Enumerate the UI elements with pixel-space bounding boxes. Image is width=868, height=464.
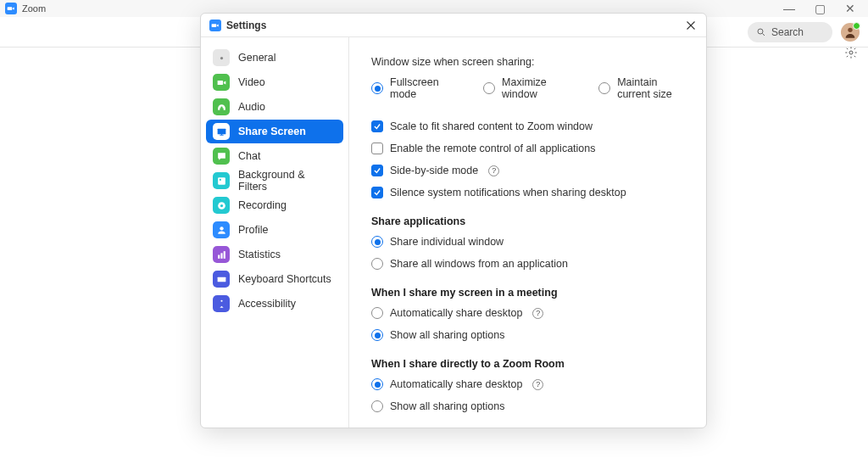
zoom-room-title: When I share directly to a Zoom Room xyxy=(371,358,684,370)
app-icon xyxy=(5,3,17,14)
close-window-button[interactable]: ✕ xyxy=(844,2,856,15)
svg-rect-15 xyxy=(223,251,225,259)
svg-point-9 xyxy=(219,178,220,180)
settings-gear-button[interactable] xyxy=(844,46,858,63)
keyboard-icon xyxy=(213,271,230,288)
sidebar-item-label: General xyxy=(238,52,275,64)
radio-fullscreen-mode[interactable]: Fullscreen mode xyxy=(371,76,442,100)
sidebar-item-general[interactable]: General xyxy=(206,46,343,70)
sidebar-item-label: Recording xyxy=(238,199,287,211)
sidebar-item-statistics[interactable]: Statistics xyxy=(206,243,343,266)
modal-close-button[interactable] xyxy=(684,19,698,32)
sidebar-item-keyboard-shortcuts[interactable]: Keyboard Shortcuts xyxy=(206,267,343,291)
sidebar-item-label: Profile xyxy=(238,224,268,236)
search-placeholder: Search xyxy=(771,26,804,38)
svg-point-12 xyxy=(220,226,223,230)
statistics-icon xyxy=(213,246,230,263)
sidebar-item-label: Video xyxy=(238,76,265,88)
settings-modal-icon xyxy=(209,20,221,31)
user-avatar[interactable] xyxy=(841,23,860,42)
radio-share-all-windows[interactable]: Share all windows from an application xyxy=(371,256,684,271)
video-icon xyxy=(213,74,230,91)
modal-title: Settings xyxy=(226,20,266,31)
sidebar-item-label: Keyboard Shortcuts xyxy=(238,273,331,285)
svg-line-1 xyxy=(763,33,765,36)
svg-point-17 xyxy=(220,299,222,301)
sidebar-item-video[interactable]: Video xyxy=(206,70,343,94)
radio-zoomroom-show-all[interactable]: Show all sharing options xyxy=(371,399,684,414)
sidebar-item-share-screen[interactable]: Share Screen xyxy=(206,120,343,143)
svg-rect-8 xyxy=(218,177,225,185)
maximize-button[interactable]: ▢ xyxy=(814,2,826,15)
recording-icon xyxy=(213,197,230,214)
sidebar-item-label: Share Screen xyxy=(238,126,306,137)
svg-rect-16 xyxy=(217,277,225,281)
checkbox-remote-control[interactable]: Enable the remote control of all applica… xyxy=(371,141,684,156)
help-icon[interactable]: ? xyxy=(532,308,543,319)
svg-rect-14 xyxy=(220,253,222,259)
radio-share-individual-window[interactable]: Share individual window xyxy=(371,234,684,249)
minimize-button[interactable]: — xyxy=(783,2,795,15)
share-applications-title: Share applications xyxy=(371,215,684,227)
radio-maintain-current-size[interactable]: Maintain current size xyxy=(598,76,684,100)
general-icon xyxy=(213,49,230,66)
avatar-icon xyxy=(843,25,857,39)
settings-sidebar: General Video Audio Share Screen Chat Ba… xyxy=(201,37,349,428)
sidebar-item-background-filters[interactable]: Background & Filters xyxy=(206,169,343,193)
radio-meeting-auto-desktop[interactable]: Automatically share desktop ? xyxy=(371,305,684,321)
help-icon[interactable]: ? xyxy=(488,165,499,176)
profile-icon xyxy=(213,221,230,238)
sidebar-item-label: Chat xyxy=(238,150,260,162)
checkbox-scale-to-fit[interactable]: Scale to fit shared content to Zoom wind… xyxy=(371,119,684,134)
background-icon xyxy=(213,172,230,189)
modal-header: Settings xyxy=(201,14,706,37)
settings-modal: Settings General Video Audio Share Scree… xyxy=(200,13,707,428)
share-screen-icon xyxy=(213,123,230,140)
sidebar-item-label: Audio xyxy=(238,101,265,113)
svg-point-0 xyxy=(758,29,763,34)
svg-point-6 xyxy=(220,56,222,59)
svg-point-3 xyxy=(849,51,853,54)
sidebar-item-label: Accessibility xyxy=(238,298,296,310)
sidebar-item-accessibility[interactable]: Accessibility xyxy=(206,292,343,316)
search-input[interactable]: Search xyxy=(748,22,832,42)
radio-meeting-show-all[interactable]: Show all sharing options xyxy=(371,327,684,343)
sidebar-item-profile[interactable]: Profile xyxy=(206,218,343,242)
sidebar-item-recording[interactable]: Recording xyxy=(206,193,343,217)
sidebar-item-chat[interactable]: Chat xyxy=(206,144,343,168)
window-size-label: Window size when screen sharing: xyxy=(371,56,684,68)
radio-maximize-window[interactable]: Maximize window xyxy=(483,76,558,100)
search-icon xyxy=(756,27,766,37)
audio-icon xyxy=(213,98,230,115)
checkbox-side-by-side[interactable]: Side-by-side mode ? xyxy=(371,163,684,178)
sidebar-item-audio[interactable]: Audio xyxy=(206,95,343,119)
accessibility-icon xyxy=(213,295,230,312)
sidebar-item-label: Background & Filters xyxy=(238,169,337,193)
settings-content: Window size when screen sharing: Fullscr… xyxy=(349,37,706,428)
radio-zoomroom-auto-desktop[interactable]: Automatically share desktop ? xyxy=(371,377,684,392)
svg-rect-13 xyxy=(218,254,220,258)
svg-point-11 xyxy=(220,204,222,206)
app-title: Zoom xyxy=(22,3,46,14)
share-meeting-title: When I share my screen in a meeting xyxy=(371,287,684,299)
chat-icon xyxy=(213,148,230,165)
svg-point-2 xyxy=(848,27,852,31)
sidebar-item-label: Statistics xyxy=(238,249,281,260)
checkbox-silence-notifications[interactable]: Silence system notifications when sharin… xyxy=(371,185,684,200)
help-icon[interactable]: ? xyxy=(532,379,543,390)
